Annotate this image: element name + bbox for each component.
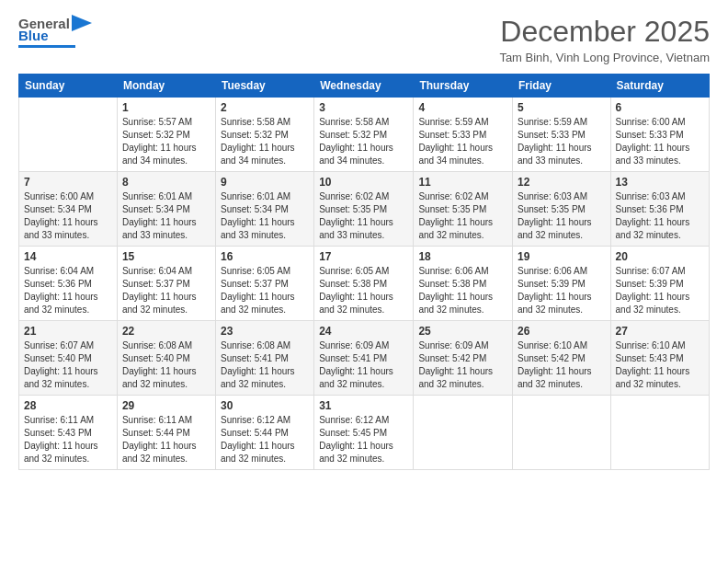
calendar-week-row: 1Sunrise: 5:57 AM Sunset: 5:32 PM Daylig… <box>19 98 710 172</box>
day-info: Sunrise: 6:05 AM Sunset: 5:38 PM Dayligh… <box>319 265 408 316</box>
day-info: Sunrise: 6:02 AM Sunset: 5:35 PM Dayligh… <box>319 190 408 242</box>
logo-underline <box>18 45 75 48</box>
day-info: Sunrise: 6:11 AM Sunset: 5:43 PM Dayligh… <box>24 414 112 465</box>
day-number: 7 <box>24 176 112 189</box>
weekday-header-tuesday: Tuesday <box>215 75 313 98</box>
calendar-cell: 12Sunrise: 6:03 AM Sunset: 5:35 PM Dayli… <box>512 172 610 247</box>
calendar-cell: 27Sunrise: 6:10 AM Sunset: 5:43 PM Dayli… <box>610 321 709 396</box>
calendar-cell: 29Sunrise: 6:11 AM Sunset: 5:44 PM Dayli… <box>117 396 215 470</box>
calendar-cell: 17Sunrise: 6:05 AM Sunset: 5:38 PM Dayli… <box>314 247 414 321</box>
calendar-cell: 25Sunrise: 6:09 AM Sunset: 5:42 PM Dayli… <box>414 321 513 396</box>
day-info: Sunrise: 6:08 AM Sunset: 5:41 PM Dayligh… <box>221 339 309 391</box>
day-number: 19 <box>518 250 606 263</box>
day-info: Sunrise: 5:59 AM Sunset: 5:33 PM Dayligh… <box>518 116 606 167</box>
calendar-cell: 16Sunrise: 6:05 AM Sunset: 5:37 PM Dayli… <box>215 247 313 321</box>
day-info: Sunrise: 6:09 AM Sunset: 5:42 PM Dayligh… <box>418 339 507 391</box>
day-info: Sunrise: 6:06 AM Sunset: 5:39 PM Dayligh… <box>518 265 606 316</box>
day-number: 20 <box>616 250 704 263</box>
calendar-cell: 19Sunrise: 6:06 AM Sunset: 5:39 PM Dayli… <box>512 247 610 321</box>
calendar-cell: 18Sunrise: 6:06 AM Sunset: 5:38 PM Dayli… <box>414 247 513 321</box>
weekday-header-monday: Monday <box>117 75 215 98</box>
calendar-cell: 7Sunrise: 6:00 AM Sunset: 5:34 PM Daylig… <box>19 172 118 247</box>
day-number: 30 <box>221 399 309 412</box>
calendar-week-row: 28Sunrise: 6:11 AM Sunset: 5:43 PM Dayli… <box>19 396 710 470</box>
day-number: 11 <box>418 176 507 189</box>
calendar-cell: 13Sunrise: 6:03 AM Sunset: 5:36 PM Dayli… <box>610 172 709 247</box>
weekday-header-sunday: Sunday <box>19 75 118 98</box>
calendar-cell: 30Sunrise: 6:12 AM Sunset: 5:44 PM Dayli… <box>215 396 313 470</box>
calendar-week-row: 21Sunrise: 6:07 AM Sunset: 5:40 PM Dayli… <box>19 321 710 396</box>
day-number: 24 <box>319 325 408 338</box>
logo: General Blue <box>18 15 92 48</box>
day-info: Sunrise: 6:07 AM Sunset: 5:40 PM Dayligh… <box>24 339 112 391</box>
day-number: 21 <box>24 325 112 338</box>
day-info: Sunrise: 6:02 AM Sunset: 5:35 PM Dayligh… <box>418 190 507 242</box>
day-info: Sunrise: 6:00 AM Sunset: 5:34 PM Dayligh… <box>24 190 112 242</box>
calendar-cell: 26Sunrise: 6:10 AM Sunset: 5:42 PM Dayli… <box>512 321 610 396</box>
day-number: 6 <box>616 101 704 114</box>
day-number: 8 <box>122 176 210 189</box>
calendar-cell: 24Sunrise: 6:09 AM Sunset: 5:41 PM Dayli… <box>314 321 414 396</box>
day-info: Sunrise: 6:07 AM Sunset: 5:39 PM Dayligh… <box>616 265 704 316</box>
calendar-cell: 21Sunrise: 6:07 AM Sunset: 5:40 PM Dayli… <box>19 321 118 396</box>
calendar-cell: 6Sunrise: 6:00 AM Sunset: 5:33 PM Daylig… <box>610 98 709 172</box>
weekday-header-saturday: Saturday <box>610 75 709 98</box>
day-number: 28 <box>24 399 112 412</box>
day-info: Sunrise: 6:12 AM Sunset: 5:45 PM Dayligh… <box>319 414 408 465</box>
month-title: December 2025 <box>499 15 710 49</box>
title-block: December 2025 Tam Binh, Vinh Long Provin… <box>499 15 710 64</box>
calendar-cell <box>610 396 709 470</box>
day-info: Sunrise: 6:08 AM Sunset: 5:40 PM Dayligh… <box>122 339 210 391</box>
weekday-header-friday: Friday <box>512 75 610 98</box>
day-info: Sunrise: 6:03 AM Sunset: 5:36 PM Dayligh… <box>616 190 704 242</box>
day-info: Sunrise: 6:05 AM Sunset: 5:37 PM Dayligh… <box>221 265 309 316</box>
day-info: Sunrise: 5:58 AM Sunset: 5:32 PM Dayligh… <box>319 116 408 167</box>
day-number: 22 <box>122 325 210 338</box>
day-info: Sunrise: 6:11 AM Sunset: 5:44 PM Dayligh… <box>122 414 210 465</box>
weekday-header-thursday: Thursday <box>414 75 513 98</box>
day-number: 2 <box>221 101 309 114</box>
day-info: Sunrise: 6:09 AM Sunset: 5:41 PM Dayligh… <box>319 339 408 391</box>
weekday-header-wednesday: Wednesday <box>314 75 414 98</box>
day-info: Sunrise: 5:58 AM Sunset: 5:32 PM Dayligh… <box>221 116 309 167</box>
calendar-cell: 10Sunrise: 6:02 AM Sunset: 5:35 PM Dayli… <box>314 172 414 247</box>
day-number: 1 <box>122 101 210 114</box>
calendar-cell: 22Sunrise: 6:08 AM Sunset: 5:40 PM Dayli… <box>117 321 215 396</box>
day-info: Sunrise: 6:04 AM Sunset: 5:36 PM Dayligh… <box>24 265 112 316</box>
calendar-cell: 3Sunrise: 5:58 AM Sunset: 5:32 PM Daylig… <box>314 98 414 172</box>
day-info: Sunrise: 6:04 AM Sunset: 5:37 PM Dayligh… <box>122 265 210 316</box>
calendar-cell: 1Sunrise: 5:57 AM Sunset: 5:32 PM Daylig… <box>117 98 215 172</box>
calendar-cell: 31Sunrise: 6:12 AM Sunset: 5:45 PM Dayli… <box>314 396 414 470</box>
day-info: Sunrise: 6:01 AM Sunset: 5:34 PM Dayligh… <box>221 190 309 242</box>
day-info: Sunrise: 6:01 AM Sunset: 5:34 PM Dayligh… <box>122 190 210 242</box>
weekday-header-row: SundayMondayTuesdayWednesdayThursdayFrid… <box>19 75 710 98</box>
day-number: 10 <box>319 176 408 189</box>
calendar-cell: 5Sunrise: 5:59 AM Sunset: 5:33 PM Daylig… <box>512 98 610 172</box>
day-info: Sunrise: 6:00 AM Sunset: 5:33 PM Dayligh… <box>616 116 704 167</box>
calendar-cell: 28Sunrise: 6:11 AM Sunset: 5:43 PM Dayli… <box>19 396 118 470</box>
calendar-cell: 9Sunrise: 6:01 AM Sunset: 5:34 PM Daylig… <box>215 172 313 247</box>
day-number: 16 <box>221 250 309 263</box>
day-number: 29 <box>122 399 210 412</box>
day-info: Sunrise: 6:06 AM Sunset: 5:38 PM Dayligh… <box>418 265 507 316</box>
day-number: 3 <box>319 101 408 114</box>
location-text: Tam Binh, Vinh Long Province, Vietnam <box>499 51 710 64</box>
calendar-cell: 20Sunrise: 6:07 AM Sunset: 5:39 PM Dayli… <box>610 247 709 321</box>
calendar-cell <box>19 98 118 172</box>
day-info: Sunrise: 6:10 AM Sunset: 5:42 PM Dayligh… <box>518 339 606 391</box>
day-number: 15 <box>122 250 210 263</box>
day-number: 13 <box>616 176 704 189</box>
day-number: 18 <box>418 250 507 263</box>
calendar-cell: 11Sunrise: 6:02 AM Sunset: 5:35 PM Dayli… <box>414 172 513 247</box>
day-number: 5 <box>518 101 606 114</box>
day-number: 12 <box>518 176 606 189</box>
calendar-cell: 14Sunrise: 6:04 AM Sunset: 5:36 PM Dayli… <box>19 247 118 321</box>
calendar-cell: 15Sunrise: 6:04 AM Sunset: 5:37 PM Dayli… <box>117 247 215 321</box>
calendar-week-row: 14Sunrise: 6:04 AM Sunset: 5:36 PM Dayli… <box>19 247 710 321</box>
calendar-cell: 8Sunrise: 6:01 AM Sunset: 5:34 PM Daylig… <box>117 172 215 247</box>
day-number: 9 <box>221 176 309 189</box>
day-info: Sunrise: 6:10 AM Sunset: 5:43 PM Dayligh… <box>616 339 704 391</box>
day-number: 25 <box>418 325 507 338</box>
day-number: 31 <box>319 399 408 412</box>
day-number: 23 <box>221 325 309 338</box>
